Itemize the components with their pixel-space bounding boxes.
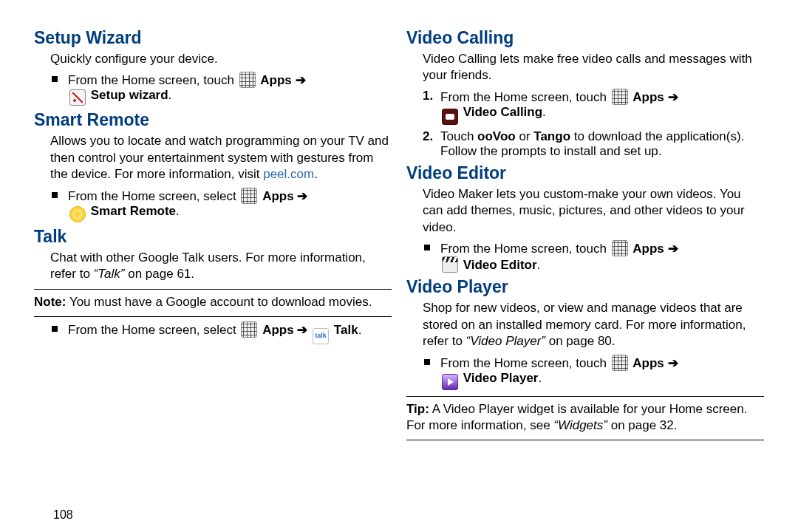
smart-remote-step: From the Home screen, select Apps ➔ Smar… <box>34 188 392 222</box>
talk-step: From the Home screen, select Apps ➔ talk… <box>34 321 392 344</box>
heading-video-player: Video Player <box>406 277 764 297</box>
apps-grid-icon <box>612 355 628 371</box>
setup-wizard-label: Setup wizard <box>91 88 168 102</box>
step-text: From the Home screen, touch <box>68 73 238 87</box>
heading-setup-wizard: Setup Wizard <box>34 28 392 48</box>
video-calling-step1: From the Home screen, touch Apps ➔ Video… <box>406 89 764 125</box>
video-calling-step2: Touch ooVoo or Tango to download the app… <box>406 129 764 159</box>
step-text: Touch <box>440 129 477 143</box>
page-number: 108 <box>53 508 73 522</box>
video-editor-label: Video Editor <box>463 258 537 272</box>
smart-remote-label: Smart Remote <box>91 204 176 218</box>
apps-grid-icon <box>241 321 257 338</box>
tip-text-b: on page 32. <box>607 418 678 432</box>
video-calling-intro: Video Calling lets make free video calls… <box>423 51 764 84</box>
apps-label: Apps <box>632 356 664 370</box>
step-text: From the Home screen, touch <box>440 90 610 104</box>
step-text: From the Home screen, touch <box>440 242 610 256</box>
divider <box>34 289 392 290</box>
talk-intro: Chat with other Google Talk users. For m… <box>50 250 392 283</box>
or-text: or <box>516 129 534 143</box>
talk-ref: “Talk” <box>94 267 125 281</box>
arrow-icon: ➔ <box>296 73 306 87</box>
apps-grid-icon <box>612 240 628 256</box>
setup-wizard-step: From the Home screen, touch Apps ➔ Setup… <box>34 72 392 106</box>
apps-grid-icon <box>241 188 257 204</box>
peel-link[interactable]: peel.com <box>263 167 314 181</box>
talk-note: Note: You must have a Google account to … <box>34 294 392 310</box>
oovoo-label: ooVoo <box>477 129 516 143</box>
smart-remote-intro: Allows you to locate and watch programmi… <box>50 133 392 183</box>
video-editor-intro: Video Maker lets you custom-make your ow… <box>423 186 764 236</box>
note-text: You must have a Google account to downlo… <box>69 295 372 309</box>
heading-video-editor: Video Editor <box>406 163 764 183</box>
apps-label: Apps <box>262 189 294 203</box>
step-text: From the Home screen, select <box>68 189 239 203</box>
video-editor-icon <box>442 256 458 273</box>
divider <box>406 396 764 397</box>
smart-remote-icon <box>69 206 86 222</box>
left-column: Setup Wizard Quickly configure your devi… <box>34 24 392 445</box>
talk-icon: talk <box>313 328 329 344</box>
apps-label: Apps <box>632 242 664 256</box>
arrow-icon: ➔ <box>668 90 678 104</box>
video-calling-label: Video Calling <box>463 105 542 119</box>
video-player-label: Video Player <box>463 371 539 385</box>
video-player-intro: Shop for new videos, or view and manage … <box>423 300 764 349</box>
apps-label: Apps <box>262 323 294 337</box>
video-player-step: From the Home screen, touch Apps ➔ Video… <box>406 355 764 390</box>
right-column: Video Calling Video Calling lets make fr… <box>406 24 764 445</box>
video-calling-icon <box>442 109 458 125</box>
video-editor-step: From the Home screen, touch Apps ➔ Video… <box>406 240 764 273</box>
heading-video-calling: Video Calling <box>406 28 764 48</box>
setup-wizard-intro: Quickly configure your device. <box>50 51 392 67</box>
arrow-icon: ➔ <box>297 189 307 203</box>
apps-grid-icon <box>612 89 628 105</box>
heading-talk: Talk <box>34 227 392 247</box>
video-player-icon <box>442 374 458 390</box>
tip-label: Tip: <box>406 402 429 416</box>
video-player-tip: Tip: A Video Player widget is available … <box>406 401 764 434</box>
vp-ref: “Video Player” <box>466 334 545 348</box>
arrow-icon: ➔ <box>668 356 678 370</box>
step-text: From the Home screen, touch <box>440 356 610 370</box>
apps-label: Apps <box>260 73 292 87</box>
step-text: From the Home screen, select <box>68 323 239 337</box>
talk-intro-b: on page 61. <box>124 267 194 281</box>
setup-wizard-icon <box>69 89 86 106</box>
arrow-icon: ➔ <box>668 242 678 256</box>
tip-ref: “Widgets” <box>553 418 607 432</box>
apps-label: Apps <box>632 90 664 104</box>
tango-label: Tango <box>533 129 570 143</box>
heading-smart-remote: Smart Remote <box>34 110 392 130</box>
sr-intro-b: . <box>314 167 318 181</box>
arrow-icon: ➔ <box>297 323 311 337</box>
divider <box>406 440 764 440</box>
note-label: Note: <box>34 295 66 309</box>
sr-intro-a: Allows you to locate and watch programmi… <box>50 134 389 181</box>
talk-label: Talk <box>334 323 358 337</box>
vp-intro-b: on page 80. <box>545 334 615 348</box>
apps-grid-icon <box>239 72 256 88</box>
divider <box>34 316 392 317</box>
